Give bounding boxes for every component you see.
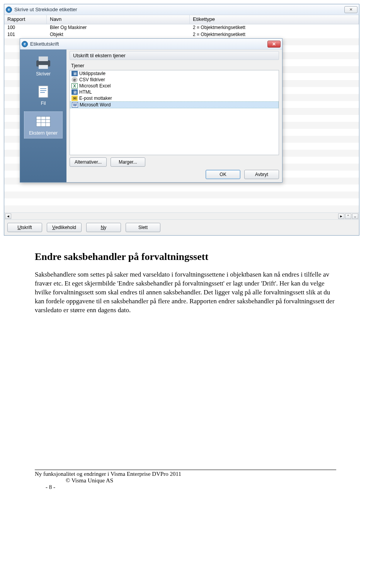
file-icon: [34, 84, 53, 99]
csv-icon: e: [71, 77, 78, 82]
expand-up-icon[interactable]: ⌃: [345, 214, 351, 219]
close-icon[interactable]: ✕: [344, 6, 357, 13]
cell-navn: Biler Og Maskiner: [47, 24, 190, 31]
list-item-label: E-post mottaker: [79, 96, 112, 101]
clipboard-icon: 🖥: [71, 71, 78, 76]
svg-rect-3: [39, 86, 48, 97]
mail-icon: ✉: [71, 96, 78, 101]
dialog-footer: Utskrift Vedlikehold Ny Slett: [4, 219, 359, 235]
outer-dialog: e Skrive ut Strekkode etiketter ✕ Rappor…: [4, 4, 359, 236]
table-body: 100 Biler Og Maskiner 2 = Objektmerkings…: [4, 24, 359, 38]
scroll-right-icon[interactable]: ►: [338, 214, 344, 219]
outer-title: Skrive ut Strekkode etiketter: [14, 7, 77, 12]
html-icon: 🖥: [71, 89, 78, 95]
table-row[interactable]: 101 Objekt 2 = Objektmerkingsetikett: [4, 31, 359, 38]
svg-rect-6: [40, 92, 45, 93]
list-item[interactable]: ✉ E-post mottaker: [70, 95, 279, 101]
footer-page-number: - 8 -: [35, 484, 336, 491]
table-header: Rapport Navn Etikettype: [4, 15, 359, 24]
list-item-label: HTML: [79, 89, 92, 95]
cell-rapport: 101: [4, 31, 47, 38]
inner-main: Utskrift til ekstern tjener Tjener 🖥 Utk…: [66, 50, 282, 182]
utskrift-button[interactable]: Utskrift: [7, 223, 42, 232]
cell-rapport: 100: [4, 24, 47, 31]
vedlikehold-button[interactable]: Vedlikehold: [47, 223, 82, 232]
ok-button[interactable]: OK: [206, 170, 240, 179]
inner-titlebar: e Etikettutskrift ✕: [20, 39, 282, 50]
svg-rect-2: [39, 65, 48, 69]
svg-rect-1: [39, 56, 48, 61]
doc-heading: Endre saksbehandler på forvaltningssett: [35, 251, 336, 263]
col-etikett[interactable]: Etikettype: [190, 15, 359, 24]
svg-rect-5: [40, 90, 46, 91]
slett-button[interactable]: Slett: [126, 223, 160, 232]
horizontal-scrollbar[interactable]: ◄ ► ⌃ ⌄: [4, 212, 359, 219]
list-item-label: Utklippstavle: [79, 71, 106, 76]
doc-paragraph: Saksbehandlere som settes på saker med v…: [35, 270, 336, 315]
page-footer: Ny funksjonalitet og endringer i Visma E…: [35, 470, 336, 491]
sidebar-item-ekstern[interactable]: Ekstern tjener: [24, 111, 63, 138]
app-icon: e: [22, 41, 28, 47]
footer-line1: Ny funksjonalitet og endringer i Visma E…: [35, 471, 336, 477]
sidebar-item-label: Ekstern tjener: [29, 130, 58, 136]
inner-dialog: e Etikettutskrift ✕ Skriver: [20, 38, 283, 183]
footer-line2: © Visma Unique AS: [35, 477, 336, 484]
document-body: Endre saksbehandler på forvaltningssett …: [0, 236, 371, 323]
cell-etikett: 2 = Objektmerkingsetikett: [190, 31, 359, 38]
list-item[interactable]: 🖥 HTML: [70, 89, 279, 95]
sidebar-item-skriver[interactable]: Skriver: [24, 53, 63, 79]
expand-down-icon[interactable]: ⌄: [352, 214, 358, 219]
excel-icon: X: [71, 83, 78, 89]
cell-etikett: 2 = Objektmerkingsetikett: [190, 24, 359, 31]
alternativer-button[interactable]: Alternativer...: [70, 157, 107, 167]
printer-icon: [34, 55, 53, 70]
app-icon: e: [6, 7, 12, 13]
list-item[interactable]: X Microsoft Excel: [70, 83, 279, 89]
cell-navn: Objekt: [47, 31, 190, 38]
list-item-label: Microsoft Excel: [79, 83, 111, 89]
list-item-label: CSV fildriver: [79, 77, 105, 82]
word-icon: W: [72, 102, 78, 108]
scroll-left-icon[interactable]: ◄: [5, 214, 11, 219]
grid-icon: [34, 114, 53, 129]
sidebar: Skriver Fil: [20, 50, 66, 182]
group-label: Tjener: [70, 62, 279, 69]
svg-rect-7: [36, 116, 50, 126]
list-item[interactable]: 🖥 Utklippstavle: [70, 70, 279, 77]
sidebar-item-label: Fil: [41, 101, 46, 106]
list-item[interactable]: W Microsoft Word: [70, 101, 279, 108]
col-rapport[interactable]: Rapport: [4, 15, 47, 24]
marger-button[interactable]: Marger...: [111, 157, 145, 167]
list-item-label: Microsoft Word: [80, 102, 111, 108]
server-listbox[interactable]: 🖥 Utklippstavle e CSV fildriver X Micros…: [70, 70, 279, 155]
inner-title: Etikettutskrift: [30, 41, 59, 47]
avbryt-button[interactable]: Avbryt: [244, 170, 279, 179]
table-row[interactable]: 100 Biler Og Maskiner 2 = Objektmerkings…: [4, 24, 359, 31]
svg-rect-4: [40, 88, 46, 89]
ny-button[interactable]: Ny: [86, 223, 121, 232]
close-icon[interactable]: ✕: [267, 41, 281, 48]
outer-titlebar: e Skrive ut Strekkode etiketter ✕: [4, 4, 359, 15]
inner-main-title: Utskrift til ekstern tjener: [70, 51, 279, 60]
sidebar-item-label: Skriver: [36, 71, 50, 77]
col-navn[interactable]: Navn: [47, 15, 190, 24]
list-item[interactable]: e CSV fildriver: [70, 77, 279, 83]
sidebar-item-fil[interactable]: Fil: [24, 82, 63, 108]
